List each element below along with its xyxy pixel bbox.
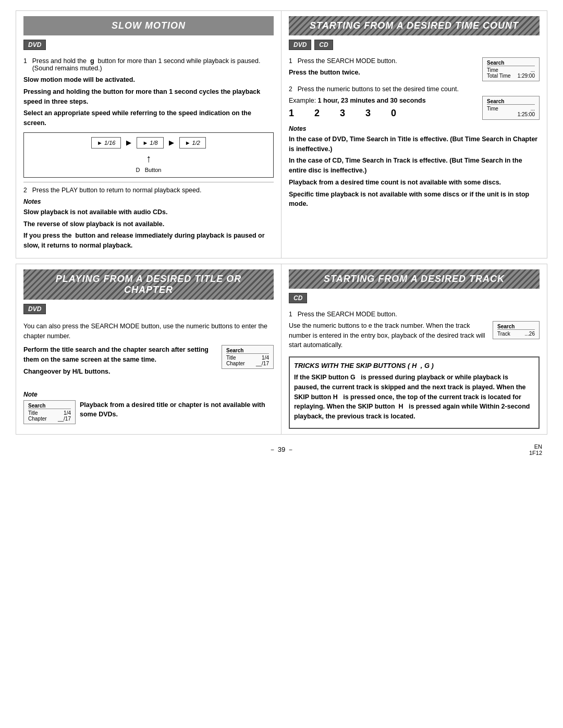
cd-badge-1: CD (314, 40, 333, 50)
track-display: Search Track...26 (493, 321, 540, 339)
speed-3: ► 1/2 (179, 137, 206, 149)
track-body-area: Search Track...26 Use the numeric button… (289, 321, 540, 352)
bottom-sections: PLAYING FROM A DESIRED TITLE OR CHAPTER … (16, 264, 547, 435)
arrow-right-2: ▶ (169, 139, 174, 146)
top-sections: SLOW MOTION DVD 1 Press and hold the g b… (16, 10, 547, 258)
slow-motion-bold-2: Pressing and holding the button for more… (23, 87, 274, 107)
divider-1 (23, 182, 274, 182)
page-code: EN 1F12 (529, 443, 542, 456)
dvd-badge-2: DVD (289, 40, 311, 50)
speed-boxes: ► 1/16 ▶ ► 1/8 ▶ ► 1/2 (28, 137, 269, 149)
speed-1: ► 1/16 (91, 137, 121, 149)
slow-motion-section: SLOW MOTION DVD 1 Press and hold the g b… (16, 11, 282, 258)
title-chapter-display-2: Search Title1/4 Chapter__/17 (23, 400, 76, 424)
time-count-badges: DVD CD (289, 40, 540, 53)
time-count-section: STARTING FROM A DESIRED TIME COUNT DVD C… (282, 11, 547, 258)
title-chapter-header: PLAYING FROM A DESIRED TITLE OR CHAPTER (23, 269, 274, 300)
slow-motion-bold-1: Slow motion mode will be activated. (23, 75, 274, 85)
slow-motion-bold-3: Select an appropriate speed while referr… (23, 108, 274, 128)
time-count-title: STARTING FROM A DESIRED TIME COUNT (296, 20, 532, 31)
diagram-label: D Button (28, 167, 269, 173)
step1-area: Search Time... Total Time1:29:00 1 Press… (289, 57, 540, 81)
time-note-2: In the case of CD, Time Search in Track … (289, 156, 540, 176)
time-note-1: In the case of DVD, Time Search in Title… (289, 134, 540, 154)
slow-motion-title: SLOW MOTION (31, 20, 266, 31)
speed-2: ► 1/8 (137, 137, 163, 149)
search-display-2: Search Time... 1:25:00 (482, 96, 540, 120)
cd-badge-2: CD (289, 293, 307, 303)
slow-motion-diagram: ► 1/16 ▶ ► 1/8 ▶ ► 1/2 ↑ D Button (23, 132, 274, 178)
slow-motion-step-2: 2 Press the PLAY button to return to nor… (23, 187, 274, 194)
note-slow-2: The reverse of slow playback is not avai… (23, 219, 274, 229)
note-slow-3: If you press the button and release imme… (23, 231, 274, 251)
time-step-2: 2 Press the numeric buttons to set the d… (289, 85, 540, 93)
notes-label-2: Notes (289, 125, 540, 132)
time-note-4: Specific time playback is not available … (289, 190, 540, 209)
tricks-section: TRICKS WITH THE SKIP BUTTONS ( H , G ) I… (289, 356, 540, 429)
tricks-header: TRICKS WITH THE SKIP BUTTONS ( H , G ) (294, 362, 534, 369)
time-count-header: STARTING FROM A DESIRED TIME COUNT (289, 16, 540, 35)
title-bold-area: Search Title1/4 Chapter__/17 Perform the… (23, 345, 274, 378)
track-badges: CD (289, 293, 540, 306)
arrow-down: ↑ (28, 153, 269, 165)
title-intro: You can also press the SEARCH MODE butto… (23, 322, 274, 341)
title-chapter-section: PLAYING FROM A DESIRED TITLE OR CHAPTER … (16, 264, 282, 434)
page-footer: － 39 － EN 1F12 (16, 445, 547, 454)
note-label-1: Note (23, 391, 274, 398)
track-step-1: 1 Press the SEARCH MODE button. (289, 311, 540, 318)
tricks-text: If the SKIP button G is pressed during p… (294, 373, 534, 422)
search-display-1: Search Time... Total Time1:29:00 (482, 57, 540, 81)
slow-motion-step-1: 1 Press and hold the g button for more t… (23, 57, 274, 72)
title-chapter-title: PLAYING FROM A DESIRED TITLE OR CHAPTER (31, 274, 266, 295)
dvd-badge-3: DVD (23, 304, 46, 314)
track-header: STARTING FROM A DESIRED TRACK (289, 269, 540, 289)
notes-label-1: Notes (23, 198, 274, 205)
track-section: STARTING FROM A DESIRED TRACK CD 1 Press… (282, 264, 547, 434)
arrow-right-1: ▶ (126, 139, 131, 146)
note-area: Search Title1/4 Chapter__/17 Playback fr… (23, 400, 274, 424)
dvd-badge: DVD (23, 40, 46, 50)
time-note-3: Playback from a desired time count is no… (289, 178, 540, 188)
page-number: － 39 － (269, 445, 294, 454)
slow-motion-badges: DVD (23, 40, 274, 53)
slow-motion-header: SLOW MOTION (23, 16, 274, 35)
note-slow-1: Slow playback is not available with audi… (23, 207, 274, 217)
example-area: Search Time... 1:25:00 Example: 1 hour, … (289, 96, 540, 121)
time-step-1: 1 Press the SEARCH MODE button. (289, 57, 478, 65)
title-chapter-badges: DVD (23, 304, 274, 317)
track-title: STARTING FROM A DESIRED TRACK (296, 274, 532, 285)
title-chapter-display-1: Search Title1/4 Chapter__/17 (222, 345, 274, 369)
